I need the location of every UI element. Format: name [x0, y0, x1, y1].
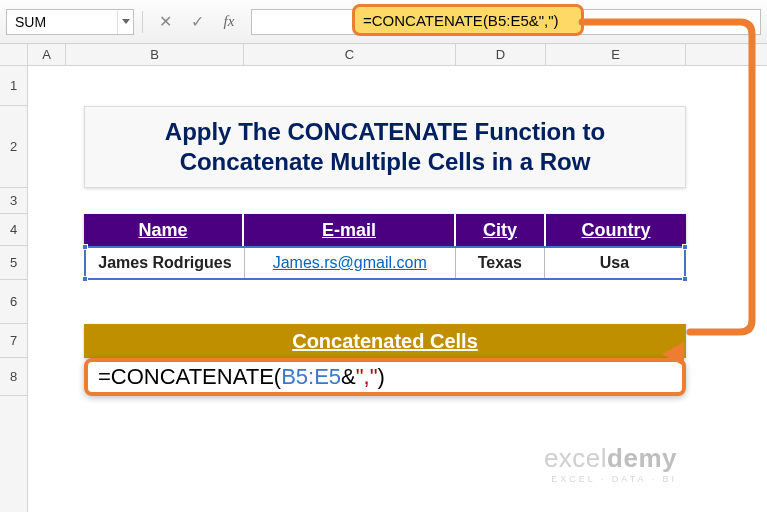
header-city: City	[456, 214, 546, 246]
header-country: Country	[546, 214, 686, 246]
row-header-8[interactable]: 8	[0, 358, 27, 396]
row-header-1[interactable]: 1	[0, 66, 27, 106]
col-header-A[interactable]: A	[28, 44, 66, 65]
active-editing-cell[interactable]: =CONCATENATE(B5:E5&",")	[84, 358, 686, 396]
insert-function-button[interactable]: fx	[215, 9, 243, 35]
cells-area[interactable]: Apply The CONCATENATE Function to Concat…	[28, 66, 767, 512]
header-email: E-mail	[244, 214, 456, 246]
email-link[interactable]: James.rs@gmail.com	[273, 254, 427, 272]
concatenated-header: Concatenated Cells	[84, 324, 686, 358]
selected-range-b5e5[interactable]: James Rodrigues James.rs@gmail.com Texas…	[84, 246, 686, 280]
formula-suffix: )	[378, 364, 385, 390]
row-header-4[interactable]: 4	[0, 214, 27, 246]
watermark-brand: exceldemy	[544, 443, 677, 474]
formula-bar-highlight: =CONCATENATE(B5:E5&",")	[352, 4, 584, 36]
name-box-dropdown[interactable]	[117, 10, 133, 34]
row-header-5[interactable]: 5	[0, 246, 27, 280]
name-box-wrap	[6, 9, 134, 35]
row-header-6[interactable]: 6	[0, 280, 27, 324]
cell-name[interactable]: James Rodrigues	[86, 248, 245, 278]
column-headers: A B C D E	[0, 44, 767, 66]
select-all-corner[interactable]	[0, 44, 28, 65]
enter-button[interactable]: ✓	[183, 9, 211, 35]
page-title: Apply The CONCATENATE Function to Concat…	[105, 117, 665, 177]
cell-email[interactable]: James.rs@gmail.com	[245, 248, 456, 278]
col-header-B[interactable]: B	[66, 44, 244, 65]
fx-icon: fx	[224, 13, 235, 30]
cell-country[interactable]: Usa	[545, 248, 684, 278]
check-icon: ✓	[191, 12, 204, 31]
cancel-button[interactable]: ✕	[151, 9, 179, 35]
header-name: Name	[84, 214, 244, 246]
row-header-2[interactable]: 2	[0, 106, 27, 188]
formula-amp: &	[341, 364, 356, 390]
row-header-7[interactable]: 7	[0, 324, 27, 358]
table-header-row: Name E-mail City Country	[84, 214, 686, 246]
row-header-3[interactable]: 3	[0, 188, 27, 214]
col-header-E[interactable]: E	[546, 44, 686, 65]
formula-bar-text: =CONCATENATE(B5:E5&",")	[363, 12, 559, 29]
name-box[interactable]	[7, 10, 117, 34]
row-headers: 1 2 3 4 5 6 7 8	[0, 66, 28, 512]
chevron-down-icon	[122, 19, 130, 24]
close-icon: ✕	[159, 12, 172, 31]
formula-str: ","	[356, 364, 378, 390]
col-header-D[interactable]: D	[456, 44, 546, 65]
callout-arrow-icon	[662, 342, 684, 366]
spreadsheet-grid: A B C D E 1 2 3 4 5 6 7 8 Apply The CONC…	[0, 44, 767, 512]
separator	[142, 11, 143, 33]
formula-ref: B5:E5	[281, 364, 341, 390]
cell-city[interactable]: Texas	[456, 248, 545, 278]
watermark: exceldemy EXCEL · DATA · BI	[544, 443, 677, 484]
watermark-tagline: EXCEL · DATA · BI	[544, 474, 677, 484]
col-header-C[interactable]: C	[244, 44, 456, 65]
title-banner: Apply The CONCATENATE Function to Concat…	[84, 106, 686, 188]
formula-prefix: =CONCATENATE(	[98, 364, 281, 390]
